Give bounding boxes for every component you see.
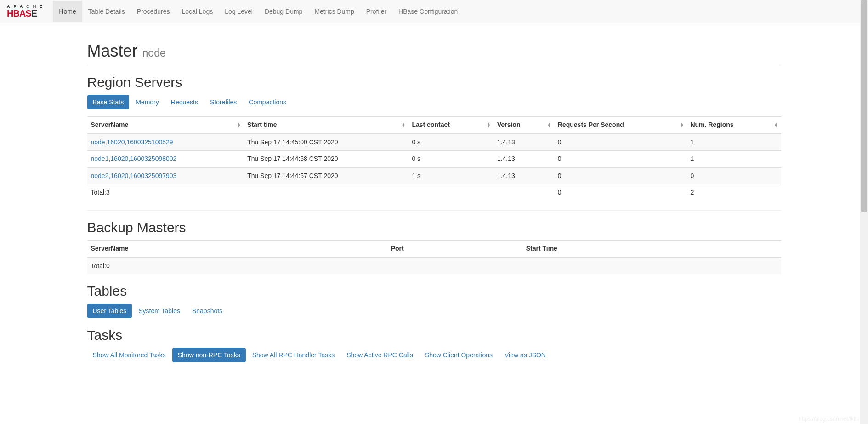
table-row-total: Total:302	[87, 184, 781, 201]
cell: node1,16020,1600325098002	[87, 151, 244, 168]
sort-icon: ▲▼	[774, 122, 778, 127]
cell: 0	[554, 134, 687, 151]
cell: 1.4.13	[494, 167, 554, 184]
cell	[244, 184, 408, 201]
nav-link-hbase-configuration[interactable]: HBase Configuration	[392, 1, 464, 22]
backup-masters-table: ServerNamePortStart Time Total:0	[87, 240, 781, 274]
nav-link-procedures[interactable]: Procedures	[131, 1, 176, 22]
cell: 0	[554, 184, 687, 201]
page-header: Master node	[87, 41, 781, 65]
title-subtitle: node	[142, 47, 166, 59]
cell	[408, 184, 493, 201]
tab-show-non-rpc-tasks[interactable]: Show non-RPC Tasks	[172, 348, 246, 362]
cell: Total:3	[87, 184, 244, 201]
scrollbar-thumb[interactable]	[861, 0, 867, 212]
tab-storefiles[interactable]: Storefiles	[204, 95, 242, 109]
total-cell: Total:0	[87, 258, 387, 275]
cell: 1	[686, 151, 781, 168]
cell: Thu Sep 17 14:45:00 CST 2020	[244, 134, 408, 151]
table-row: Total:0	[87, 258, 781, 275]
sort-icon: ▲▼	[547, 122, 551, 127]
tables-heading: Tables	[87, 283, 781, 299]
cell: 0	[554, 151, 687, 168]
tab-memory[interactable]: Memory	[130, 95, 165, 109]
col-servername[interactable]: ServerName▲▼	[87, 117, 244, 134]
col-port: Port	[387, 240, 522, 257]
cell: 1	[686, 134, 781, 151]
cell: 1 s	[408, 167, 493, 184]
tab-show-all-monitored-tasks[interactable]: Show All Monitored Tasks	[87, 348, 171, 362]
tab-requests[interactable]: Requests	[165, 95, 204, 109]
tab-compactions[interactable]: Compactions	[243, 95, 292, 109]
col-start-time[interactable]: Start time▲▼	[244, 117, 408, 134]
nav-link-home[interactable]: Home	[53, 1, 82, 22]
region-servers-tabs: Base StatsMemoryRequestsStorefilesCompac…	[87, 95, 781, 109]
server-link[interactable]: node,16020,1600325100529	[91, 138, 173, 146]
cell: 1.4.13	[494, 134, 554, 151]
cell: 2	[686, 184, 781, 201]
tables-section: Tables User TablesSystem TablesSnapshots	[87, 283, 781, 318]
cell: Thu Sep 17 14:44:57 CST 2020	[244, 167, 408, 184]
cell: node2,16020,1600325097903	[87, 167, 244, 184]
table-row: node1,16020,1600325098002Thu Sep 17 14:4…	[87, 151, 781, 168]
tab-show-client-operations[interactable]: Show Client Operations	[420, 348, 498, 362]
cell: 1.4.13	[494, 151, 554, 168]
tables-tabs: User TablesSystem TablesSnapshots	[87, 304, 781, 318]
col-servername: ServerName	[87, 240, 387, 257]
cell	[494, 184, 554, 201]
backup-masters-section: Backup Masters ServerNamePortStart Time …	[87, 220, 781, 274]
sort-icon: ▲▼	[487, 122, 491, 127]
col-version[interactable]: Version▲▼	[494, 117, 554, 134]
table-row: node,16020,1600325100529Thu Sep 17 14:45…	[87, 134, 781, 151]
tasks-heading: Tasks	[87, 327, 781, 343]
cell: node,16020,1600325100529	[87, 134, 244, 151]
sort-icon: ▲▼	[237, 122, 241, 127]
backup-masters-heading: Backup Masters	[87, 220, 781, 235]
title-main: Master	[87, 41, 138, 60]
sort-icon: ▲▼	[402, 122, 406, 127]
server-link[interactable]: node2,16020,1600325097903	[91, 172, 177, 179]
tasks-tabs: Show All Monitored TasksShow non-RPC Tas…	[87, 348, 781, 362]
col-requests-per-second[interactable]: Requests Per Second▲▼	[554, 117, 687, 134]
tab-system-tables[interactable]: System Tables	[133, 304, 186, 318]
cell: 0	[554, 167, 687, 184]
primary-nav: HomeTable DetailsProceduresLocal LogsLog…	[53, 1, 464, 22]
sort-icon: ▲▼	[680, 122, 684, 127]
scrollbar[interactable]	[860, 0, 868, 369]
tab-show-active-rpc-calls[interactable]: Show Active RPC Calls	[341, 348, 419, 362]
nav-link-debug-dump[interactable]: Debug Dump	[259, 1, 309, 22]
cell: 0 s	[408, 134, 493, 151]
col-num-regions[interactable]: Num. Regions▲▼	[686, 117, 781, 134]
col-last-contact[interactable]: Last contact▲▼	[408, 117, 493, 134]
page-title: Master node	[87, 41, 781, 61]
tab-base-stats[interactable]: Base Stats	[87, 95, 130, 109]
top-navbar: APACHE HBASE HomeTable DetailsProcedures…	[0, 0, 868, 23]
region-servers-section: Region Servers Base StatsMemoryRequestsS…	[87, 74, 781, 201]
table-row: node2,16020,1600325097903Thu Sep 17 14:4…	[87, 167, 781, 184]
server-link[interactable]: node1,16020,1600325098002	[91, 155, 177, 162]
cell: 0	[686, 167, 781, 184]
nav-link-table-details[interactable]: Table Details	[82, 1, 131, 22]
region-servers-heading: Region Servers	[87, 74, 781, 90]
tasks-section: Tasks Show All Monitored TasksShow non-R…	[87, 327, 781, 362]
nav-link-log-level[interactable]: Log Level	[219, 1, 259, 22]
table-header-row: ServerName▲▼Start time▲▼Last contact▲▼Ve…	[87, 117, 781, 134]
cell: 0 s	[408, 151, 493, 168]
divider	[87, 210, 781, 211]
nav-link-metrics-dump[interactable]: Metrics Dump	[308, 1, 360, 22]
hbase-logo[interactable]: APACHE HBASE	[7, 5, 46, 18]
tab-show-all-rpc-handler-tasks[interactable]: Show All RPC Handler Tasks	[247, 348, 340, 362]
cell: Thu Sep 17 14:44:58 CST 2020	[244, 151, 408, 168]
tab-snapshots[interactable]: Snapshots	[187, 304, 228, 318]
tab-user-tables[interactable]: User Tables	[87, 304, 132, 318]
region-servers-table: ServerName▲▼Start time▲▼Last contact▲▼Ve…	[87, 116, 781, 201]
nav-link-local-logs[interactable]: Local Logs	[176, 1, 219, 22]
tab-view-as-json[interactable]: View as JSON	[499, 348, 551, 362]
table-header-row: ServerNamePortStart Time	[87, 240, 781, 257]
col-start-time: Start Time	[522, 240, 781, 257]
logo-text-bottom: HBASE	[7, 9, 46, 18]
nav-link-profiler[interactable]: Profiler	[360, 1, 392, 22]
